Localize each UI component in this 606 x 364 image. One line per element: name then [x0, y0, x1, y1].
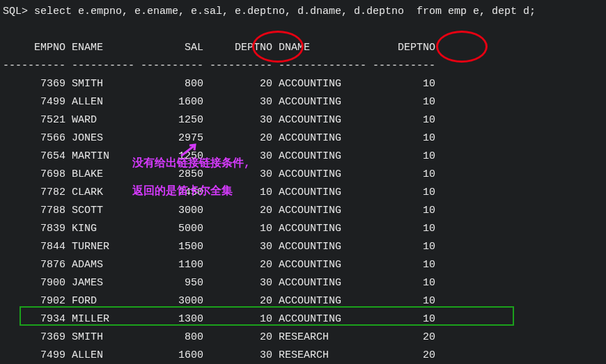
- table-row: 7698 BLAKE 2850 30 ACCOUNTING 10: [3, 166, 606, 184]
- table-row: 7782 CLARK 2450 10 ACCOUNTING 10: [3, 184, 606, 202]
- table-row: 7839 KING 5000 10 ACCOUNTING 10: [3, 220, 606, 238]
- table-row: 7499 ALLEN 1600 30 ACCOUNTING 10: [3, 93, 606, 111]
- table-row: 7934 MILLER 1300 10 ACCOUNTING 10: [3, 310, 606, 329]
- table-row: 7566 JONES 2975 20 ACCOUNTING 10: [3, 129, 606, 148]
- table-row: 7900 JAMES 950 30 ACCOUNTING 10: [3, 274, 606, 292]
- table-row: 7654 MARTIN 1250 30 ACCOUNTING 10: [3, 148, 606, 166]
- table-row: 7369 SMITH 800 20 RESEARCH 20: [3, 329, 606, 347]
- sql-prompt-line: SQL> select e.empno, e.ename, e.sal, e.d…: [3, 3, 606, 21]
- table-header: EMPNO ENAME SAL DEPTNO DNAME DEPTNO: [3, 39, 606, 57]
- table-body: 7369 SMITH 800 20 ACCOUNTING 10 7499 ALL…: [3, 75, 606, 364]
- table-divider: ---------- ---------- ---------- -------…: [3, 57, 606, 75]
- blank-line: [3, 21, 606, 39]
- table-row: 7902 FORD 3000 20 ACCOUNTING 10: [3, 292, 606, 310]
- table-row: 7369 SMITH 800 20 ACCOUNTING 10: [3, 75, 606, 93]
- table-row: 7844 TURNER 1500 30 ACCOUNTING 10: [3, 238, 606, 256]
- table-row: 7521 WARD 1250 30 ACCOUNTING 10: [3, 111, 606, 129]
- table-row: 7499 ALLEN 1600 30 RESEARCH 20: [3, 347, 606, 364]
- table-row: 7876 ADAMS 1100 20 ACCOUNTING 10: [3, 256, 606, 274]
- table-row: 7788 SCOTT 3000 20 ACCOUNTING 10: [3, 202, 606, 220]
